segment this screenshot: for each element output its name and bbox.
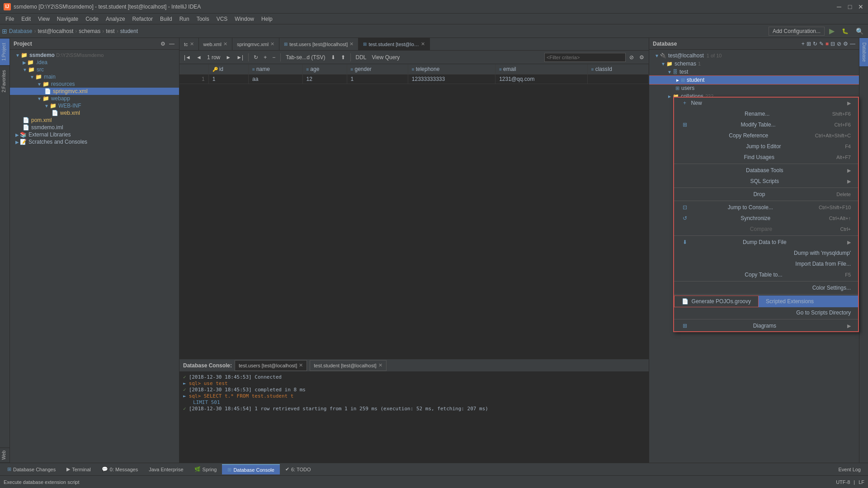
db-filter-button[interactable]: ⊘ — [837, 41, 841, 47]
col-gender[interactable]: ≡gender — [347, 64, 408, 75]
console-tab-close[interactable]: ✕ — [299, 362, 303, 368]
bottom-tab-spring[interactable]: 🌿 Spring — [189, 465, 222, 474]
menu-refactor[interactable]: Refactor — [129, 15, 156, 23]
ctx-copy-reference[interactable]: Copy Reference Ctrl+Alt+Shift+C — [674, 130, 858, 141]
menu-navigate[interactable]: Navigate — [53, 15, 82, 23]
menu-window[interactable]: Window — [231, 15, 258, 23]
ddl-button[interactable]: DDL — [354, 53, 368, 61]
db-refresh-button[interactable]: ↻ — [813, 41, 817, 47]
maximize-button[interactable]: □ — [846, 3, 854, 10]
tree-item-webxml[interactable]: 📄 web.xml — [10, 109, 179, 117]
console-tab-users[interactable]: test.users [test@localhost] ✕ — [235, 360, 307, 371]
last-page-button[interactable]: ►| — [235, 53, 245, 61]
minimize-button[interactable]: ─ — [835, 3, 843, 10]
project-gear-icon[interactable]: ⚙ — [160, 41, 166, 47]
filter-button[interactable]: ⊘ — [627, 53, 636, 61]
filter-input[interactable] — [544, 53, 626, 62]
menu-run[interactable]: Run — [176, 15, 193, 23]
ctx-dump-data[interactable]: ⬇ Dump Data to File ▶ — [674, 237, 858, 248]
bottom-tab-java-enterprise[interactable]: Java Enterprise — [143, 465, 189, 474]
db-stop-button[interactable]: ■ — [826, 41, 829, 47]
cell-id[interactable]: 1 — [208, 75, 248, 84]
sidebar-tab-web[interactable]: Web — [0, 447, 9, 463]
breadcrumb-host[interactable]: test@localhost — [38, 28, 73, 34]
menu-build[interactable]: Build — [156, 15, 176, 23]
tree-item-ssmdemo[interactable]: ▼ 📁 ssmdemo D:\Y2\SSM\ssmdemo — [10, 52, 179, 59]
bottom-tab-terminal[interactable]: ▶ Terminal — [61, 465, 96, 474]
add-config-button[interactable]: Add Configuration... — [769, 27, 825, 36]
tab-close-springmvc[interactable]: ✕ — [270, 41, 274, 47]
tab-webxml[interactable]: web.xml ✕ — [199, 38, 232, 51]
tab-close-users[interactable]: ✕ — [349, 41, 354, 47]
col-email[interactable]: ≡email — [495, 64, 588, 75]
table-row[interactable]: 1 1 aa 12 1 12333333333 1231@qq.com — [179, 75, 649, 84]
sidebar-tab-database[interactable]: Database — [859, 38, 868, 67]
project-close-icon[interactable]: — — [168, 41, 175, 47]
db-settings-button[interactable]: ⚙ — [843, 41, 848, 47]
tab-tc[interactable]: tc ✕ — [179, 38, 199, 51]
ctx-import-data[interactable]: Import Data from File... — [674, 258, 858, 269]
col-telephone[interactable]: ≡telephone — [408, 64, 495, 75]
window-controls[interactable]: ─ □ ✕ — [835, 3, 864, 10]
prev-page-button[interactable]: ◄ — [194, 53, 203, 61]
cell-email[interactable]: 1231@qq.com — [495, 75, 588, 84]
cell-telephone[interactable]: 12333333333 — [408, 75, 495, 84]
db-edit-button[interactable]: ✎ — [819, 41, 824, 47]
tree-item-src[interactable]: ▼ 📁 src — [10, 66, 179, 73]
ctx-copy-table[interactable]: Copy Table to... F5 — [674, 269, 858, 280]
refresh-button[interactable]: ↻ — [252, 53, 260, 61]
db-tree-test[interactable]: ▼ 🗄 test — [649, 68, 859, 76]
ctx-modify-table[interactable]: ⊞ Modify Table... Ctrl+F6 — [674, 119, 858, 130]
tab-close-student[interactable]: ✕ — [421, 41, 425, 47]
ctx-scripted-extensions[interactable]: Scripted Extensions — [759, 296, 858, 307]
tree-item-pomxml[interactable]: 📄 pom.xml — [10, 117, 179, 124]
ctx-compare[interactable]: Compare Ctrl+ — [674, 224, 858, 235]
menu-file[interactable]: File — [2, 15, 18, 23]
close-button[interactable]: ✕ — [857, 3, 864, 10]
sidebar-tab-project[interactable]: 1:Project — [0, 38, 9, 65]
add-row-button[interactable]: + — [262, 53, 269, 61]
ctx-diagrams[interactable]: ⊞ Diagrams ▶ — [674, 320, 858, 331]
tree-item-iml[interactable]: 📄 ssmdemo.iml — [10, 124, 179, 131]
ctx-generate-pojos[interactable]: 📄 Generate POJOs.groovy — [674, 296, 759, 307]
bottom-tab-db-changes[interactable]: ⊞ Database Changes — [2, 465, 61, 474]
ctx-dump-mysqldump[interactable]: Dump with 'mysqldump' — [674, 248, 858, 258]
search-everywhere-button[interactable]: 🔍 — [853, 27, 866, 36]
menu-edit[interactable]: Edit — [18, 15, 34, 23]
col-classid[interactable]: ≡classId — [587, 64, 648, 75]
ctx-drop[interactable]: Drop Delete — [674, 189, 858, 200]
view-query-button[interactable]: View Query — [370, 53, 402, 61]
console-tab-close[interactable]: ✕ — [378, 362, 382, 368]
next-page-button[interactable]: ► — [224, 53, 233, 61]
menu-analyze[interactable]: Analyze — [102, 15, 129, 23]
cell-name[interactable]: aa — [249, 75, 302, 84]
ctx-sql-scripts[interactable]: SQL Scripts ▶ — [674, 176, 858, 187]
ctx-color-settings[interactable]: Color Settings... — [674, 282, 858, 293]
tab-close-tc[interactable]: ✕ — [190, 41, 194, 47]
settings-button[interactable]: ⚙ — [637, 53, 646, 61]
db-close-button[interactable]: — — [850, 41, 855, 47]
menu-view[interactable]: View — [34, 15, 53, 23]
tab-test-student[interactable]: ⊞ test.student [test@lo… ✕ — [359, 38, 429, 51]
tree-item-webinf[interactable]: ▼ 📁 WEB-INF — [10, 102, 179, 109]
remove-row-button[interactable]: − — [270, 53, 277, 61]
tab-test-users[interactable]: ⊞ test.users [test@localhost] ✕ — [279, 38, 359, 51]
breadcrumb-database[interactable]: Database — [9, 28, 32, 34]
ctx-jump-to-console[interactable]: ⊡ Jump to Console... Ctrl+Shift+F10 — [674, 202, 858, 213]
menu-code[interactable]: Code — [82, 15, 102, 23]
db-icon2[interactable]: ⊞ — [807, 41, 811, 47]
bottom-tab-db-console[interactable]: ⊞ Database Console — [222, 464, 280, 474]
tree-item-main[interactable]: ▼ 📁 main — [10, 73, 179, 80]
tab-springmvc[interactable]: springmvc.xml ✕ — [232, 38, 279, 51]
tree-item-webapp[interactable]: ▼ 📁 webapp — [10, 95, 179, 102]
tree-item-idea[interactable]: ▶ 📁 .idea — [10, 59, 179, 66]
export-button[interactable]: ⬇ — [329, 53, 337, 61]
menu-tools[interactable]: Tools — [193, 15, 213, 23]
tree-item-ext-libs[interactable]: ▶ 📚 External Libraries — [10, 131, 179, 138]
col-name[interactable]: ≡name — [249, 64, 302, 75]
debug-button[interactable]: 🐛 — [839, 27, 851, 35]
tree-item-springmvc[interactable]: 📄 springmvc.xml — [10, 88, 179, 95]
ctx-synchronize[interactable]: ↺ Synchronize Ctrl+Alt+↑ — [674, 213, 858, 224]
db-tree-connection[interactable]: ▼ 🔌 test@localhost 1 of 10 — [649, 52, 859, 60]
db-add-button[interactable]: + — [802, 41, 805, 47]
